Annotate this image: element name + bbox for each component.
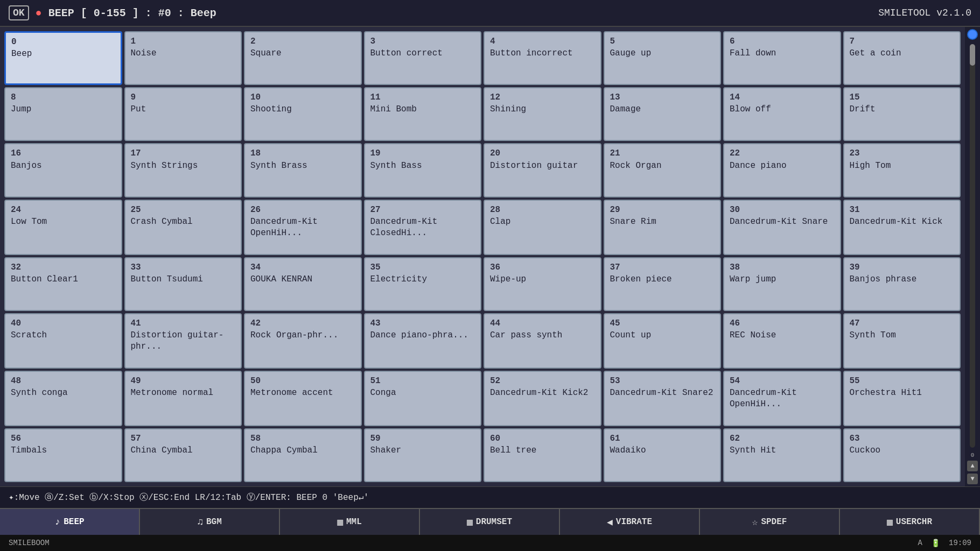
sound-cell-38[interactable]: 38Warp jump (723, 257, 841, 311)
sound-cell-34[interactable]: 34GOUKA KENRAN (244, 257, 362, 311)
sound-cell-8[interactable]: 8Jump (4, 87, 122, 141)
sound-cell-9[interactable]: 9Put (124, 87, 242, 141)
sound-cell-13[interactable]: 13Damage (604, 87, 722, 141)
sound-cell-2[interactable]: 2Square (244, 31, 362, 85)
sound-cell-32[interactable]: 32Button Clear1 (4, 257, 122, 311)
scroll-up-button[interactable]: ▲ (967, 461, 978, 471)
sound-number-6: 6 (730, 37, 835, 47)
sound-cell-37[interactable]: 37Broken piece (604, 257, 722, 311)
sound-cell-56[interactable]: 56Timbals (4, 428, 122, 482)
sound-number-24: 24 (11, 205, 116, 215)
tab-spdef[interactable]: ☆SPDEF (700, 509, 840, 535)
ok-logo: OK (9, 5, 29, 20)
sound-cell-45[interactable]: 45Count up (604, 313, 722, 369)
beep-tab-icon: ♪ (54, 517, 60, 527)
sound-cell-23[interactable]: 23High Tom (843, 143, 961, 197)
sound-cell-58[interactable]: 58Chappa Cymbal (244, 428, 362, 482)
sound-number-50: 50 (250, 376, 355, 386)
sound-cell-54[interactable]: 54Dancedrum-Kit OpenHiH... (723, 371, 841, 426)
sound-cell-57[interactable]: 57China Cymbal (124, 428, 242, 482)
sound-cell-18[interactable]: 18Synth Brass (244, 143, 362, 197)
sound-name-5: Gauge up (610, 48, 715, 59)
tab-bar: ♪BEEP♫BGM▦MML▦DRUMSET◀VIBRATE☆SPDEF▦USER… (0, 508, 980, 535)
tab-drumset[interactable]: ▦DRUMSET (420, 509, 560, 535)
sound-name-57: China Cymbal (131, 445, 236, 456)
sound-cell-63[interactable]: 63Cuckoo (843, 428, 961, 482)
sound-cell-62[interactable]: 62Synth Hit (723, 428, 841, 482)
sound-name-10: Shooting (250, 104, 355, 115)
scrollbar: 0 ▲ ▼ (965, 27, 980, 486)
sound-cell-15[interactable]: 15Drift (843, 87, 961, 141)
sound-cell-27[interactable]: 27Dancedrum-Kit ClosedHi... (364, 200, 482, 255)
sound-cell-24[interactable]: 24Low Tom (4, 200, 122, 255)
sound-cell-60[interactable]: 60Bell tree (484, 428, 601, 482)
sound-cell-3[interactable]: 3Button correct (364, 31, 482, 85)
battery-icon: 🔋 (931, 539, 940, 548)
sound-cell-5[interactable]: 5Gauge up (604, 31, 722, 85)
sound-cell-1[interactable]: 1Noise (124, 31, 242, 85)
tab-mml[interactable]: ▦MML (280, 509, 420, 535)
sound-cell-26[interactable]: 26Dancedrum-Kit OpenHiH... (244, 200, 362, 255)
sound-name-62: Synth Hit (730, 445, 835, 456)
main-content: 0Beep1Noise2Square3Button correct4Button… (0, 27, 980, 486)
sound-cell-29[interactable]: 29Snare Rim (604, 200, 722, 255)
tab-bgm[interactable]: ♫BGM (140, 509, 280, 535)
sound-cell-12[interactable]: 12Shining (484, 87, 601, 141)
status-bar: ✦:Move ⓐ/Z:Set ⓑ/X:Stop ⓧ/ESC:End LR/12:… (0, 486, 980, 508)
tab-beep[interactable]: ♪BEEP (0, 509, 140, 535)
sound-cell-31[interactable]: 31Dancedrum-Kit Kick (843, 200, 961, 255)
sound-cell-16[interactable]: 16Banjos (4, 143, 122, 197)
tab-vibrate[interactable]: ◀VIBRATE (560, 509, 700, 535)
sound-name-42: Rock Organ-phr... (250, 330, 355, 341)
sound-cell-40[interactable]: 40Scratch (4, 313, 122, 369)
sound-cell-10[interactable]: 10Shooting (244, 87, 362, 141)
sound-cell-61[interactable]: 61Wadaiko (604, 428, 722, 482)
sound-cell-50[interactable]: 50Metronome accent (244, 371, 362, 426)
sound-cell-44[interactable]: 44Car pass synth (484, 313, 601, 369)
sound-name-15: Drift (850, 104, 955, 115)
sound-cell-36[interactable]: 36Wipe-up (484, 257, 601, 311)
sound-cell-20[interactable]: 20Distortion guitar (484, 143, 601, 197)
sound-number-1: 1 (131, 37, 236, 47)
sound-cell-11[interactable]: 11Mini Bomb (364, 87, 482, 141)
sound-cell-19[interactable]: 19Synth Bass (364, 143, 482, 197)
titlebar: OK ● BEEP [ 0-155 ] : #0 : Beep SMILETOO… (0, 0, 980, 27)
sound-cell-46[interactable]: 46REC Noise (723, 313, 841, 369)
scroll-down-button[interactable]: ▼ (967, 474, 978, 484)
sound-cell-30[interactable]: 30Dancedrum-Kit Snare (723, 200, 841, 255)
scroll-thumb[interactable] (970, 44, 975, 66)
sound-cell-4[interactable]: 4Button incorrect (484, 31, 601, 85)
tab-userchr[interactable]: ▦USERCHR (840, 509, 980, 535)
sound-name-53: Dancedrum-Kit Snare2 (610, 387, 715, 399)
sound-cell-33[interactable]: 33Button Tsudumi (124, 257, 242, 311)
sound-cell-52[interactable]: 52Dancedrum-Kit Kick2 (484, 371, 601, 426)
sound-cell-41[interactable]: 41Distortion guitar-phr... (124, 313, 242, 369)
sound-cell-59[interactable]: 59Shaker (364, 428, 482, 482)
sound-cell-39[interactable]: 39Banjos phrase (843, 257, 961, 311)
sound-cell-51[interactable]: 51Conga (364, 371, 482, 426)
sound-cell-55[interactable]: 55Orchestra Hit1 (843, 371, 961, 426)
sound-cell-43[interactable]: 43Dance piano-phra... (364, 313, 482, 369)
sound-cell-6[interactable]: 6Fall down (723, 31, 841, 85)
sound-cell-28[interactable]: 28Clap (484, 200, 601, 255)
sound-name-19: Synth Bass (370, 160, 475, 172)
sound-cell-17[interactable]: 17Synth Strings (124, 143, 242, 197)
sound-number-11: 11 (370, 93, 475, 103)
sound-name-23: High Tom (850, 160, 955, 172)
spdef-tab-icon: ☆ (752, 516, 758, 528)
sound-cell-53[interactable]: 53Dancedrum-Kit Snare2 (604, 371, 722, 426)
sound-cell-42[interactable]: 42Rock Organ-phr... (244, 313, 362, 369)
sound-cell-7[interactable]: 7Get a coin (843, 31, 961, 85)
sound-cell-48[interactable]: 48Synth conga (4, 371, 122, 426)
sound-cell-0[interactable]: 0Beep (4, 31, 122, 85)
sound-cell-14[interactable]: 14Blow off (723, 87, 841, 141)
sound-cell-47[interactable]: 47Synth Tom (843, 313, 961, 369)
sound-cell-35[interactable]: 35Electricity (364, 257, 482, 311)
sound-name-12: Shining (490, 104, 595, 115)
sound-number-57: 57 (131, 434, 236, 444)
sound-cell-49[interactable]: 49Metronome normal (124, 371, 242, 426)
sound-number-9: 9 (131, 93, 236, 103)
sound-cell-25[interactable]: 25Crash Cymbal (124, 200, 242, 255)
sound-cell-22[interactable]: 22Dance piano (723, 143, 841, 197)
sound-cell-21[interactable]: 21Rock Organ (604, 143, 722, 197)
